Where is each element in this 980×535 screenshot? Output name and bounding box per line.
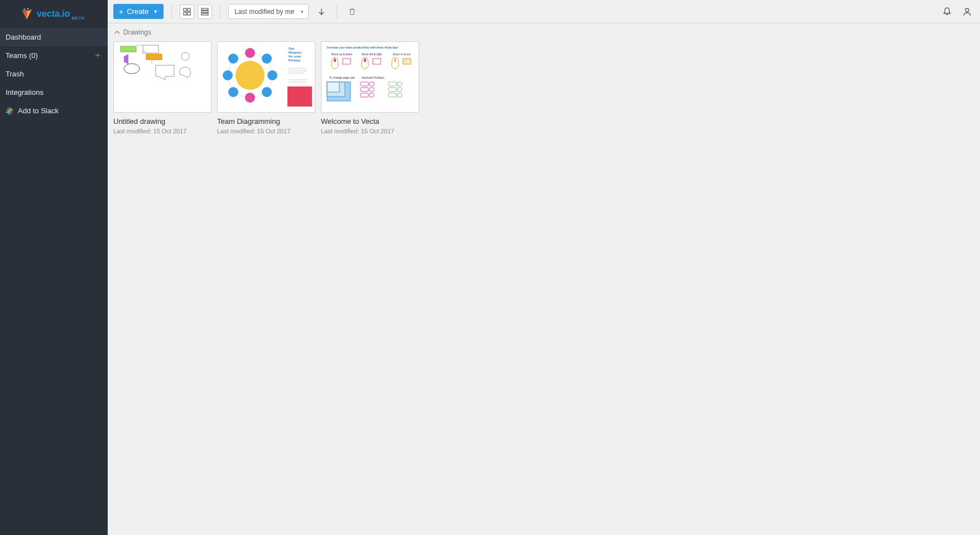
svg-rect-40 (287, 86, 312, 107)
sidebar-item-integrations[interactable]: Integrations (0, 83, 108, 102)
svg-point-1 (27, 8, 28, 9)
svg-rect-15 (121, 46, 136, 52)
sidebar-item-label: Integrations (6, 88, 44, 97)
sidebar-item-trash[interactable]: Trash (0, 65, 108, 83)
svg-rect-60 (361, 93, 368, 97)
drawing-card[interactable]: Untitled drawing Last modified: 15 Oct 2… (113, 41, 212, 134)
drawing-title: Welcome to Vecta (321, 117, 419, 126)
plus-icon: + (119, 8, 123, 16)
svg-text:Respect: Respect (289, 51, 301, 54)
svg-rect-65 (397, 88, 402, 91)
svg-rect-62 (388, 82, 396, 86)
drawings-grid: Untitled drawing Last modified: 15 Oct 2… (113, 41, 974, 134)
trash-button[interactable] (345, 4, 359, 19)
section-header-drawings[interactable]: Drawings (113, 23, 974, 41)
svg-rect-63 (397, 82, 402, 86)
svg-text:Move up & down: Move up & down (332, 52, 352, 56)
drawing-thumbnail: Our Respect for your Privacy (217, 41, 315, 113)
svg-point-23 (245, 48, 255, 58)
svg-point-0 (23, 8, 26, 11)
caret-down-icon: ▼ (153, 9, 158, 15)
notifications-button[interactable] (940, 4, 954, 19)
sidebar-item-label: Add to Slack (18, 107, 59, 115)
svg-point-19 (124, 64, 140, 74)
svg-point-2 (30, 9, 31, 11)
svg-rect-45 (334, 59, 336, 62)
sidebar-item-label: Dashboard (6, 33, 41, 41)
drawing-title: Team Diagramming (217, 117, 315, 126)
svg-text:Privacy: Privacy (289, 59, 301, 62)
svg-rect-49 (373, 59, 381, 64)
svg-point-24 (262, 54, 272, 64)
svg-text:Our: Our (289, 47, 295, 50)
svg-point-21 (236, 61, 265, 90)
svg-rect-46 (364, 59, 366, 62)
svg-rect-12 (201, 11, 208, 12)
svg-point-28 (228, 87, 238, 97)
svg-point-20 (181, 52, 189, 60)
sidebar: vecta.io BETA Dashboard Teams (0) ＋ Tras… (0, 0, 108, 535)
svg-point-25 (267, 70, 277, 80)
svg-text:Keyboard Hotkeys: Keyboard Hotkeys (362, 76, 385, 79)
svg-rect-56 (361, 82, 368, 86)
create-button[interactable]: + Create ▼ (113, 4, 164, 19)
drawing-title: Untitled drawing (113, 117, 212, 126)
sidebar-item-label: Trash (6, 70, 24, 78)
drawing-modified: Last modified: 15 Oct 2017 (217, 128, 315, 134)
drawing-thumbnail: Increase your team productivity with the… (321, 41, 419, 113)
sort-direction-button[interactable] (314, 4, 329, 19)
drawing-card[interactable]: Increase your team productivity with the… (321, 41, 419, 134)
brand-beta-tag: BETA (72, 16, 85, 21)
svg-marker-18 (124, 54, 128, 64)
drawing-card[interactable]: Our Respect for your Privacy Team Diagra… (217, 41, 315, 134)
svg-rect-58 (361, 88, 368, 91)
svg-rect-48 (343, 59, 350, 64)
sidebar-item-teams[interactable]: Teams (0) ＋ (0, 46, 108, 65)
svg-text:Increase your team productivit: Increase your team productivity with the… (327, 46, 398, 49)
content-area: Drawings Untitle (108, 23, 980, 535)
svg-rect-59 (369, 88, 374, 91)
brand-name: vecta.io (37, 9, 70, 19)
svg-point-26 (262, 87, 272, 97)
svg-rect-61 (369, 93, 374, 97)
section-title: Drawings (123, 28, 151, 36)
svg-rect-16 (143, 45, 158, 53)
sidebar-item-add-to-slack[interactable]: Add to Slack (0, 102, 108, 120)
drawing-modified: Last modified: 15 Oct 2017 (321, 128, 419, 134)
svg-point-14 (965, 8, 969, 12)
vecta-logo-icon (20, 7, 33, 21)
main-area: + Create ▼ Last modified by me (108, 0, 980, 535)
view-toggle (180, 4, 212, 19)
svg-rect-67 (397, 93, 402, 97)
divider (220, 5, 220, 18)
sort-dropdown[interactable]: Last modified by me (228, 4, 308, 19)
svg-point-29 (223, 70, 233, 80)
chevron-up-icon (114, 30, 120, 35)
divider (171, 5, 172, 18)
create-label: Create (127, 7, 148, 16)
drawing-modified: Last modified: 15 Oct 2017 (113, 128, 212, 134)
brand-logo[interactable]: vecta.io BETA (0, 0, 108, 28)
slack-icon (6, 107, 13, 115)
svg-rect-10 (188, 12, 190, 15)
sidebar-item-dashboard[interactable]: Dashboard (0, 28, 108, 46)
sort-selected-label: Last modified by me (234, 8, 294, 16)
svg-rect-8 (188, 8, 190, 11)
svg-text:Move left & right: Move left & right (362, 52, 382, 56)
sidebar-item-label: Teams (0) (6, 51, 38, 60)
plus-icon[interactable]: ＋ (93, 50, 102, 61)
svg-text:for your: for your (289, 55, 301, 58)
divider (337, 5, 337, 18)
profile-button[interactable] (960, 4, 974, 19)
svg-point-30 (228, 54, 238, 64)
svg-rect-11 (201, 8, 208, 10)
grid-view-button[interactable] (180, 4, 194, 19)
toolbar: + Create ▼ Last modified by me (108, 0, 980, 23)
svg-text:Zoom in & out: Zoom in & out (393, 52, 411, 56)
svg-rect-13 (201, 13, 208, 15)
svg-rect-17 (146, 54, 162, 60)
svg-rect-57 (369, 82, 374, 86)
list-view-button[interactable] (198, 4, 212, 19)
svg-text:To change page size: To change page size (329, 76, 355, 79)
drawing-thumbnail (113, 41, 212, 113)
